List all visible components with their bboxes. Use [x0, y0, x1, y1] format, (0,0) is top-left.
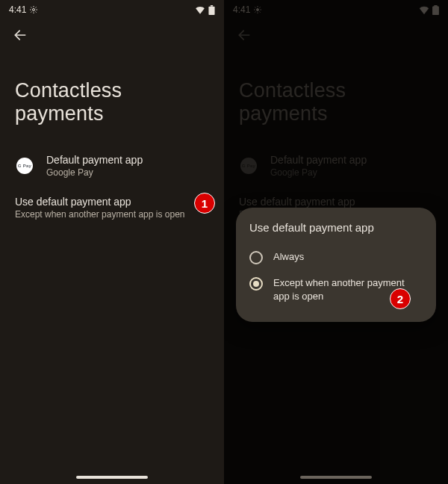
annotation-badge-2: 2 — [390, 288, 411, 309]
setting-default-payment-app[interactable]: G Pay Default payment app Google Pay — [0, 145, 224, 187]
radio-option-always[interactable]: Always — [249, 244, 423, 270]
svg-rect-2 — [211, 5, 213, 7]
back-button[interactable] — [7, 22, 33, 48]
setting-label: Default payment app — [46, 154, 143, 166]
battery-icon — [208, 5, 215, 15]
status-bar: 4:41 — [0, 0, 224, 19]
radio-selected-icon — [249, 277, 263, 291]
dialog-title: Use default payment app — [249, 221, 423, 234]
app-bar — [0, 19, 224, 51]
setting-use-default-payment-app[interactable]: Use default payment app Except when anot… — [0, 187, 224, 229]
radio-unselected-icon — [249, 251, 263, 264]
gpay-icon: G Pay — [16, 158, 33, 174]
annotation-badge-1: 1 — [194, 193, 215, 214]
setting-value: Except when another payment app is open — [15, 209, 184, 220]
svg-point-0 — [33, 9, 35, 11]
setting-value: Google Pay — [46, 167, 143, 178]
status-time: 4:41 — [9, 4, 26, 15]
screen-left: 4:41 Contactless payments G Pay Default … — [0, 0, 224, 484]
setting-label: Use default payment app — [15, 196, 184, 208]
nav-pill[interactable] — [76, 476, 148, 479]
wifi-icon — [195, 5, 205, 14]
radio-label: Always — [273, 250, 423, 264]
notification-icon — [29, 5, 38, 14]
svg-rect-1 — [208, 6, 214, 14]
screen-right: 4:41 Contactless payments G Pay Default … — [224, 0, 448, 484]
page-title: Contactless payments — [0, 51, 224, 145]
nav-pill[interactable] — [300, 476, 372, 479]
